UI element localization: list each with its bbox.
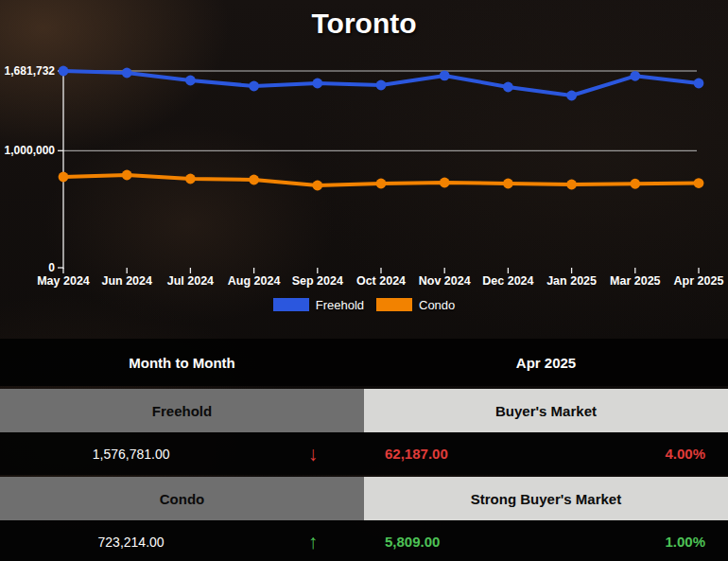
data-point-freehold <box>59 66 69 77</box>
x-axis-label: Nov 2024 <box>419 274 471 288</box>
y-axis-label: 1,681,732 <box>5 64 56 78</box>
data-point-freehold <box>566 91 577 101</box>
freehold-market-status: Buyer's Market <box>364 389 728 432</box>
condo-market-status: Strong Buyer's Market <box>364 477 728 520</box>
data-point-condo <box>59 172 69 183</box>
trend-up-arrow-icon: ↑ <box>262 532 364 552</box>
legend-label-freehold: Freehold <box>316 298 364 312</box>
data-point-condo <box>566 180 577 190</box>
y-axis-label: 1,000,000 <box>5 144 56 157</box>
line-chart-canvas: 1,681,7321,000,0000May 2024Jun 2024Jul 2… <box>0 55 728 291</box>
x-axis-label: Mar 2025 <box>610 274 661 288</box>
freehold-segment-label: Freehold <box>0 389 364 432</box>
price-trend-chart: 1,681,7321,000,0000May 2024Jun 2024Jul 2… <box>0 55 728 291</box>
x-axis-label: Jun 2024 <box>101 274 152 288</box>
x-axis-label: Aug 2024 <box>228 274 281 288</box>
condo-segment-label: Condo <box>0 477 364 520</box>
trend-down-arrow-icon: ↓ <box>262 444 364 464</box>
table-header-current-month: Apr 2025 <box>364 339 728 386</box>
freehold-change-half: 62,187.00 4.00% <box>364 432 728 475</box>
x-axis-label: Jul 2024 <box>167 274 214 288</box>
data-point-condo <box>440 178 450 188</box>
condo-current-value: 723,214.00 <box>0 535 262 550</box>
x-axis-label: Dec 2024 <box>482 274 533 288</box>
condo-change-half: 5,809.00 1.00% <box>364 520 728 561</box>
freehold-change-percent: 4.00% <box>665 446 728 462</box>
freehold-change-amount: 62,187.00 <box>364 446 448 462</box>
data-point-condo <box>630 179 640 189</box>
data-point-condo <box>694 178 704 188</box>
data-point-condo <box>376 179 387 189</box>
table-header-month-to-month: Month to Month <box>0 339 364 386</box>
legend-swatch-condo <box>376 298 412 311</box>
x-axis-label: May 2024 <box>37 274 90 288</box>
condo-values-row: 723,214.00 ↑ 5,809.00 1.00% <box>0 520 728 561</box>
data-point-condo <box>122 170 132 181</box>
data-point-freehold <box>503 82 513 93</box>
legend-item-condo: Condo <box>376 298 455 312</box>
freehold-current-half: 1,576,781.00 ↓ <box>0 432 364 475</box>
table-header-row: Month to Month Apr 2025 <box>0 339 728 386</box>
legend-label-condo: Condo <box>419 298 455 312</box>
data-point-freehold <box>440 71 450 81</box>
x-axis-label: Oct 2024 <box>356 274 406 288</box>
legend-swatch-freehold <box>273 298 309 311</box>
market-report: Toronto 1,681,7321,000,0000May 2024Jun 2… <box>0 0 728 561</box>
legend-item-freehold: Freehold <box>273 298 364 312</box>
data-point-condo <box>249 175 259 185</box>
data-point-condo <box>503 179 513 189</box>
data-point-freehold <box>630 71 640 81</box>
freehold-values-row: 1,576,781.00 ↓ 62,187.00 4.00% <box>0 432 728 475</box>
data-point-condo <box>185 174 196 184</box>
y-axis-label: 0 <box>48 261 55 274</box>
data-point-freehold <box>122 68 132 79</box>
condo-current-half: 723,214.00 ↑ <box>0 520 364 561</box>
data-point-freehold <box>376 80 387 91</box>
data-point-freehold <box>694 79 704 89</box>
data-point-freehold <box>249 81 259 92</box>
condo-label-row: Condo Strong Buyer's Market <box>0 477 728 520</box>
condo-change-percent: 1.00% <box>665 534 728 550</box>
freehold-current-value: 1,576,781.00 <box>0 447 262 462</box>
market-table: Month to Month Apr 2025 Freehold Buyer's… <box>0 339 728 561</box>
x-axis-label: Sep 2024 <box>292 274 343 288</box>
data-point-condo <box>312 181 322 191</box>
data-point-freehold <box>312 79 322 89</box>
chart-legend: FreeholdCondo <box>0 295 728 314</box>
x-axis-label: Apr 2025 <box>674 274 724 288</box>
condo-change-amount: 5,809.00 <box>364 534 440 550</box>
data-point-freehold <box>185 76 196 86</box>
page-title: Toronto <box>0 8 728 40</box>
freehold-label-row: Freehold Buyer's Market <box>0 389 728 432</box>
x-axis-label: Jan 2025 <box>546 274 597 288</box>
